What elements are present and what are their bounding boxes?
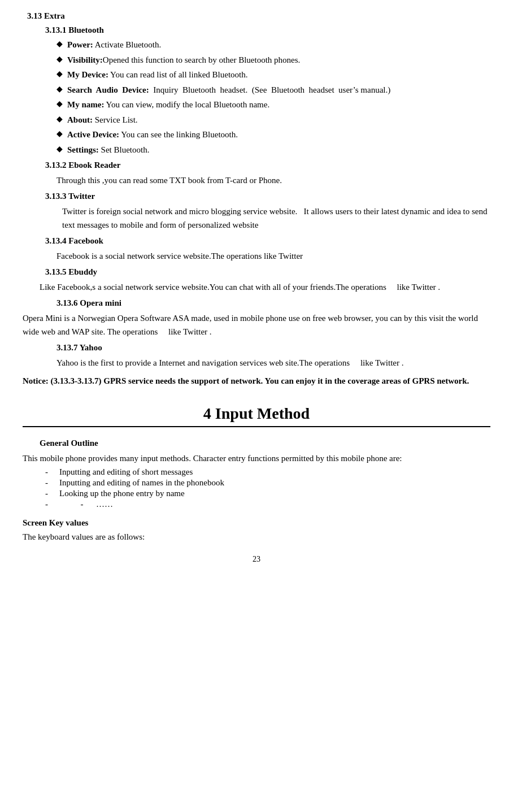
diamond-icon: ◆	[56, 39, 63, 49]
diamond-icon: ◆	[56, 69, 63, 79]
list-item-2-text: Inputting and editing of names in the ph…	[59, 478, 490, 488]
section-3134-body: Facebook is a social network service web…	[56, 249, 490, 263]
dash-icon: -	[45, 478, 48, 488]
list-item-1-text: Inputting and editing of short messages	[59, 467, 490, 477]
diamond-icon: ◆	[56, 114, 63, 124]
bullet-settings-text: Settings: Set Bluetooth.	[67, 144, 490, 157]
dash-icon: -	[45, 467, 48, 477]
list-item-3: - Looking up the phone entry by name	[45, 489, 490, 498]
bullet-searchaudio: ◆ Search Audio Device: Inquiry Bluetooth…	[56, 84, 490, 97]
screen-key-title: Screen Key values	[23, 518, 490, 528]
section-3133-body: Twitter is foreign social network and mi…	[62, 205, 490, 232]
section-3133-title: 3.13.3 Twitter	[45, 192, 490, 201]
bullet-searchaudio-text: Search Audio Device: Inquiry Bluetooth h…	[67, 84, 490, 97]
dash-icon: -	[45, 500, 48, 509]
bullet-power-text: Power: Activate Bluetooth.	[67, 38, 490, 51]
list-item-2: - Inputting and editing of names in the …	[45, 478, 490, 488]
bullet-settings: ◆ Settings: Set Bluetooth.	[56, 144, 490, 157]
section-3134-title: 3.13.4 Facebook	[45, 236, 490, 246]
section-3132-title: 3.13.2 Ebook Reader	[45, 160, 490, 170]
diamond-icon: ◆	[56, 84, 63, 94]
diamond-icon: ◆	[56, 99, 63, 108]
chapter4-heading: 4 Input Method	[23, 405, 490, 427]
notice-text: Notice: (3.13.3-3.13.7) GPRS service nee…	[23, 374, 490, 388]
section-3137-body: Yahoo is the first to provide a Internet…	[56, 356, 490, 370]
bullet-power: ◆ Power: Activate Bluetooth.	[56, 38, 490, 51]
bullet-about-text: About: Service List.	[67, 114, 490, 127]
bullet-myname: ◆ My name: You can view, modify the loca…	[56, 98, 490, 111]
bullet-visibility-text: Visibility:Opened this function to searc…	[67, 54, 490, 67]
bullet-visibility: ◆ Visibility:Opened this function to sea…	[56, 54, 490, 67]
list-item-4-text: - ……	[59, 500, 490, 509]
diamond-icon: ◆	[56, 129, 63, 138]
section-3137-title: 3.13.7 Yahoo	[56, 343, 490, 353]
bullet-mydevice-text: My Device: You can read list of all link…	[67, 68, 490, 81]
bullet-mydevice: ◆ My Device: You can read list of all li…	[56, 68, 490, 81]
diamond-icon: ◆	[56, 144, 63, 154]
bullet-myname-text: My name: You can view, modify the local …	[67, 98, 490, 111]
section-3135-title: 3.13.5 Ebuddy	[45, 267, 490, 277]
dash-icon: -	[45, 489, 48, 498]
list-item-1: - Inputting and editing of short message…	[45, 467, 490, 477]
section-3131-title: 3.13.1 Bluetooth	[45, 25, 490, 35]
screen-key-body: The keyboard values are as follows:	[23, 530, 490, 544]
bullet-activedevice-text: Active Device: You can see the linking B…	[67, 128, 490, 141]
section-3132-body: Through this ,you can read some TXT book…	[56, 173, 490, 187]
section-3136-body: Opera Mini is a Norwegian Opera Software…	[23, 311, 490, 338]
section-3136-title: 3.13.6 Opera mini	[56, 298, 490, 308]
notice-block: Notice: (3.13.3-3.13.7) GPRS service nee…	[23, 374, 490, 388]
diamond-icon: ◆	[56, 54, 63, 64]
general-outline-body: This mobile phone provides many input me…	[23, 451, 490, 465]
section-3135-body: Like Facebook,s a social network service…	[40, 280, 490, 294]
general-outline-title: General Outline	[40, 438, 490, 448]
page-number: 23	[23, 555, 490, 564]
top-heading: 3.13 Extra	[27, 11, 490, 21]
list-item-3-text: Looking up the phone entry by name	[59, 489, 490, 498]
list-item-4: - - ……	[45, 500, 490, 509]
bullet-activedevice: ◆ Active Device: You can see the linking…	[56, 128, 490, 141]
bullet-about: ◆ About: Service List.	[56, 114, 490, 127]
